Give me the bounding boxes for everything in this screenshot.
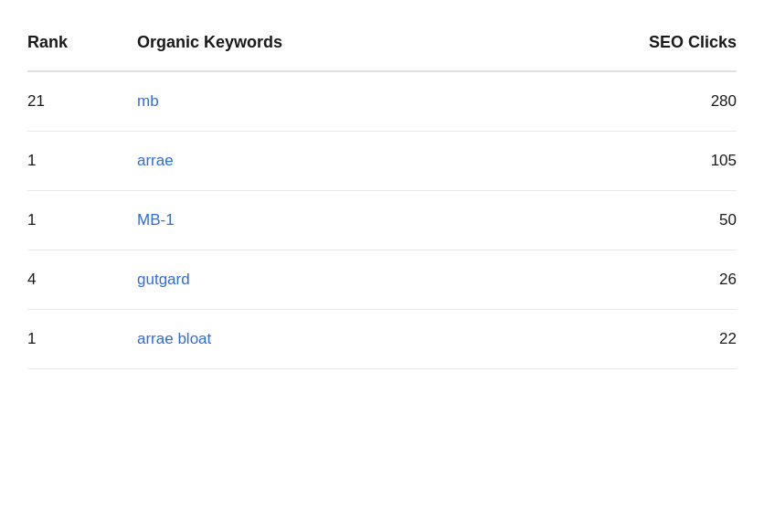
cell-keyword[interactable]: MB-1 [137,191,511,250]
seo-table: Rank Organic Keywords SEO Clicks 21mb280… [27,18,737,369]
cell-clicks: 50 [511,191,737,250]
table-row: 4gutgard26 [27,250,737,310]
cell-clicks: 105 [511,132,737,191]
cell-keyword[interactable]: mb [137,71,511,132]
seo-table-container: Rank Organic Keywords SEO Clicks 21mb280… [27,18,737,369]
table-row: 1MB-150 [27,191,737,250]
cell-rank: 1 [27,132,137,191]
cell-keyword[interactable]: arrae [137,132,511,191]
cell-rank: 4 [27,250,137,310]
header-keywords: Organic Keywords [137,18,511,71]
header-rank: Rank [27,18,137,71]
table-row: 1arrae bloat22 [27,310,737,369]
table-row: 21mb280 [27,71,737,132]
cell-clicks: 280 [511,71,737,132]
cell-rank: 21 [27,71,137,132]
cell-clicks: 22 [511,310,737,369]
cell-keyword[interactable]: arrae bloat [137,310,511,369]
table-header-row: Rank Organic Keywords SEO Clicks [27,18,737,71]
cell-keyword[interactable]: gutgard [137,250,511,310]
cell-clicks: 26 [511,250,737,310]
cell-rank: 1 [27,191,137,250]
table-row: 1arrae105 [27,132,737,191]
header-clicks: SEO Clicks [511,18,737,71]
cell-rank: 1 [27,310,137,369]
